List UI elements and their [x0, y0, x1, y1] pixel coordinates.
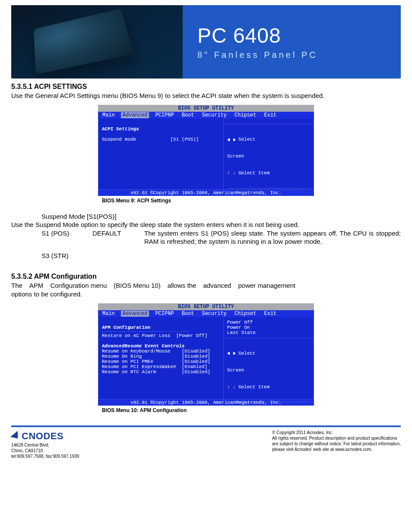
menu2-advanced: Advanced: [121, 311, 149, 317]
apm-row-3: Resume on PCI ExpressWake# [Enabled]: [102, 364, 207, 369]
help2-enter: Enter Go to SubScreen: [227, 414, 287, 420]
opt-poweron: Power On: [227, 325, 250, 330]
suspend-mode-desc: Use the Suspend Mode option to specify t…: [11, 220, 401, 229]
menu-security: Security: [200, 112, 228, 118]
product-title: PC 6408: [197, 24, 401, 47]
help2-select: Select: [238, 350, 256, 357]
suspend-mode-label: Suspend Mode [S1(POS)]: [41, 212, 401, 220]
menu-chipset: Chipset: [233, 112, 258, 118]
apm-dash: [102, 331, 188, 332]
footer-copy-4: please visit Acnodes' web site at www.ac…: [272, 447, 401, 452]
apm-intro-line2: options to be configured.: [11, 290, 401, 298]
help-select-item: Select Item: [238, 170, 270, 176]
bios-right-pane: Select Screen ↑ ↓Select Item Enter Go to…: [223, 119, 314, 189]
apm-w4: (BIOS Menu 10): [114, 281, 160, 290]
bios2-menubar: Main Advanced PCIPNP Boot Security Chips…: [98, 310, 314, 317]
opt-laststate: Last State: [227, 330, 256, 335]
menu-exit: Exit: [262, 112, 278, 118]
bios2-help-top: Power Off Power On Last State: [224, 317, 314, 338]
menu2-chipset: Chipset: [233, 311, 258, 317]
apm-w3: Configuration menu: [50, 281, 107, 290]
menu2-security: Security: [200, 311, 228, 317]
help2-screen: Screen: [227, 367, 244, 374]
apm-w7: power management: [238, 281, 295, 290]
acpi-settings-title: ACPI Settings: [102, 126, 139, 132]
arrows2-ud-icon: ↑ ↓: [227, 384, 236, 390]
page-footer: CNODES 14628 Central Blvd, Chino, CA9171…: [11, 430, 401, 460]
help-screen: Screen: [227, 153, 244, 160]
apm-w2: APM: [29, 281, 44, 290]
pcb-illustration: [34, 9, 133, 75]
apm-intro-line1: The APM Configuration menu (BIOS Menu 10…: [11, 281, 401, 290]
arrows2-lr-icon: [227, 351, 236, 356]
section-heading-apm: 5.3.5.2 APM Configuration: [11, 273, 401, 280]
bios2-left-pane: APM Configuration Restore on AC Power Lo…: [98, 317, 223, 399]
footer-address-1: 14628 Central Blvd,: [11, 442, 79, 448]
menu-boot: Boot: [180, 112, 196, 118]
apm-row-2: Resume on PCI PME# [Disabled]: [102, 359, 210, 364]
bios-menubar: Main Advanced PCIPNP Boot Security Chips…: [98, 112, 314, 119]
banner-illustration: [11, 5, 183, 79]
bios-left-pane: ACPI Settings Suspend mode [S1 (POS)]: [98, 119, 223, 189]
banner-text: PC 6408 8" Fanless Panel PC: [183, 5, 401, 79]
apm-w5: allows the: [168, 281, 196, 290]
footer-copy-1: © Copyright 2011 Acnodes, Inc.: [272, 430, 401, 435]
footer-copy-3: are subject to change without notice. Fo…: [272, 441, 401, 447]
help-enter: Enter Go to SubScreen: [227, 200, 287, 207]
bios-title: BIOS SETUP UTILITY: [98, 105, 314, 112]
acpi-intro: Use the General ACPI Settings menu (BIOS…: [11, 91, 401, 100]
help2-f1: F1 GeneralHelp: [227, 431, 276, 437]
bios2-body: APM Configuration Restore on AC Power Lo…: [98, 317, 314, 400]
footer-copy-2: All rights reserved. Product description…: [272, 435, 401, 441]
acpi-suspend-row: Suspend mode [S1 (POS)]: [102, 137, 199, 142]
menu2-pcipnp: PCIPNP: [153, 311, 175, 317]
product-subtitle: 8" Fanless Panel PC: [197, 50, 401, 60]
divider: [227, 188, 310, 189]
s1-desc: The system enters S1 (POS) sleep state. …: [144, 229, 401, 246]
footer-divider: [11, 425, 401, 427]
apm-config-title: APM Configuration: [102, 325, 150, 330]
apm-w1: The: [11, 281, 22, 290]
s1-default: DEFAULT: [92, 229, 144, 246]
bios-screenshot-apm: BIOS SETUP UTILITY Main Advanced PCIPNP …: [98, 303, 314, 406]
s3-label: S3 (STR): [41, 252, 92, 260]
apm-advanced-resume: AdvancedResume Event Controls: [102, 343, 184, 349]
help2-select-item: Select Item: [238, 384, 270, 390]
acnodes-logo: CNODES: [11, 430, 79, 443]
logo-check-icon: [11, 430, 21, 439]
menu-pcipnp: PCIPNP: [153, 112, 175, 118]
menu-advanced: Advanced: [121, 112, 149, 118]
bios2-right-pane: Power Off Power On Last State Select Scr…: [223, 317, 314, 399]
apm-row-0: Resume on Keyboard/Mouse [Disabled]: [102, 349, 210, 354]
arrows-lr-icon: [227, 138, 236, 142]
footer-address-3: tel:909.597.7588, fax:909.597.1939: [11, 453, 79, 459]
bios-body: ACPI Settings Suspend mode [S1 (POS)] Se…: [98, 119, 314, 190]
apm-row-4: Resume on RTC Alarm [Disabled]: [102, 369, 210, 375]
bios2-title: BIOS SETUP UTILITY: [98, 303, 314, 310]
bios-screenshot-acpi: BIOS SETUP UTILITY Main Advanced PCIPNP …: [98, 105, 314, 196]
logo-text: CNODES: [22, 430, 63, 443]
s1-label: S1 (POS): [41, 229, 92, 246]
menu2-exit: Exit: [262, 311, 278, 317]
page: PC 6408 8" Fanless Panel PC 5.3.5.1 ACPI…: [0, 0, 412, 469]
opt-poweroff: Power Off: [227, 320, 253, 325]
footer-right: © Copyright 2011 Acnodes, Inc. All right…: [272, 430, 401, 452]
apm-restore-row: Restore on AC Power Loss [Power Off]: [102, 333, 207, 338]
menu-main: Main: [101, 112, 117, 118]
footer-left: CNODES 14628 Central Blvd, Chino, CA9171…: [11, 430, 79, 460]
suspend-table: S1 (POS) DEFAULT The system enters S1 (P…: [41, 229, 401, 260]
footer-address-2: Chino, CA91710: [11, 448, 79, 453]
menu2-main: Main: [101, 311, 117, 317]
arrows-ud-icon: ↑ ↓: [227, 170, 236, 176]
bios-help-bottom: Select Screen ↑ ↓Select Item Enter Go to…: [224, 124, 314, 270]
help2-esc: ESC Exit: [227, 464, 256, 470]
apm-row-1: Resume On Ring [Disabled]: [102, 354, 210, 359]
section-heading-acpi: 5.3.5.1 ACPI SETTINGS: [11, 83, 401, 91]
help-select: Select: [238, 136, 256, 143]
menu2-boot: Boot: [180, 311, 196, 317]
product-banner: PC 6408 8" Fanless Panel PC: [11, 5, 401, 79]
bios-help-top: [224, 119, 314, 124]
apm-w6: advanced: [203, 281, 231, 290]
